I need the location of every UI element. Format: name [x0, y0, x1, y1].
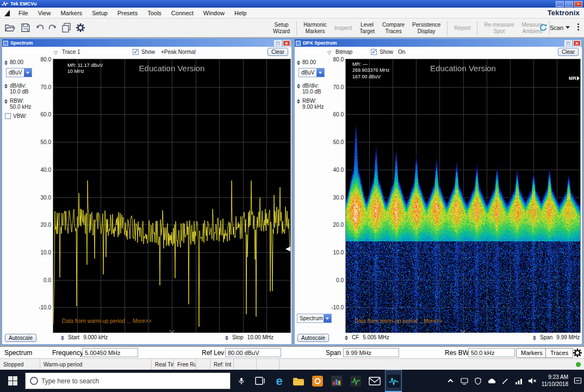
dpx-db-div-spin-knob[interactable] — [297, 83, 300, 89]
markers-button[interactable]: Markers — [516, 348, 548, 358]
volume-muted-icon[interactable] — [528, 377, 537, 385]
dpx-db-div-value[interactable]: 10.0 dB — [302, 89, 321, 95]
task-view-button[interactable] — [252, 370, 269, 392]
span-spin-knob[interactable] — [533, 334, 536, 340]
trace-selector[interactable]: Trace 1 — [62, 49, 80, 55]
cf-spin-knob[interactable] — [345, 334, 348, 340]
mail-button[interactable] — [366, 370, 383, 392]
network-signal-icon[interactable] — [514, 377, 523, 385]
menu-item-window[interactable]: Window — [203, 10, 225, 16]
dpx-warmup-notice[interactable]: Data from warm-up period ...More>> — [355, 318, 443, 324]
toolbar-overflow-icon[interactable] — [577, 23, 579, 30]
display-settings-gear-icon[interactable] — [572, 347, 583, 358]
minimize-button[interactable] — [556, 1, 564, 7]
scan-button[interactable]: Scan — [539, 23, 570, 32]
taskbar-search[interactable] — [25, 372, 231, 389]
toolbar-button-compare-traces[interactable]: Compare Traces — [380, 22, 407, 35]
edge-button[interactable] — [271, 370, 288, 392]
menu-item-presets[interactable]: Presets — [117, 10, 138, 16]
save-icon[interactable] — [20, 22, 31, 34]
span-control[interactable]: Span 9.99 MHz — [533, 334, 580, 340]
close-button[interactable] — [574, 1, 582, 7]
toolbar-button-re-measure-spot[interactable]: Re-measure Spot — [482, 22, 516, 35]
menu-item-help[interactable]: Help — [234, 10, 247, 16]
spectrum-trace-canvas[interactable] — [53, 59, 290, 335]
dpx-autoscale-button[interactable]: Autoscale — [297, 334, 329, 342]
undo-icon[interactable] — [35, 22, 45, 34]
ref-level-spin-knob[interactable] — [4, 59, 8, 65]
spectrum-clear-button[interactable]: Clear — [268, 48, 288, 56]
trace-expander-icon[interactable] — [54, 49, 58, 55]
res-bw-input[interactable] — [468, 348, 515, 357]
menu-item-setup[interactable]: Setup — [92, 10, 108, 16]
ref-lev-input[interactable] — [225, 348, 281, 357]
dpx-bitmap-canvas[interactable] — [346, 59, 580, 335]
dpx-rbw-spin-knob[interactable] — [297, 98, 300, 104]
dpx-amplitude-unit-dropdown[interactable]: dBuV — [299, 68, 325, 77]
menu-item-connect[interactable]: Connect — [171, 10, 194, 16]
frequency-input[interactable] — [82, 348, 138, 357]
start-button[interactable] — [0, 370, 25, 392]
warmup-notice[interactable]: Data from warm-up period ... More>> — [62, 318, 152, 324]
spectrum-window-titlebar[interactable]: Spectrum — [2, 39, 291, 47]
spectrum-maximize-button[interactable] — [274, 40, 282, 46]
bitmap-show-checkbox[interactable] — [371, 49, 377, 55]
file-explorer-button[interactable] — [290, 370, 307, 392]
menu-item-file[interactable]: File — [18, 10, 28, 16]
scope-app-button[interactable] — [347, 370, 364, 392]
toolbar-button-level-target[interactable]: Level Target — [357, 22, 377, 35]
microphone-icon[interactable] — [233, 370, 250, 392]
search-input[interactable] — [41, 377, 226, 385]
display-icon[interactable] — [460, 377, 469, 385]
dpx-ref-level-spin-knob[interactable] — [297, 59, 300, 65]
dpx-close-button[interactable] — [573, 40, 581, 46]
start-spin-knob[interactable] — [61, 334, 64, 340]
hidden-icons-chevron[interactable] — [446, 377, 455, 385]
amplitude-unit-dropdown[interactable]: dBuV — [6, 68, 32, 77]
toolbar-button-persistence-display[interactable]: Persistence Display — [410, 22, 443, 35]
vbw-checkbox[interactable] — [5, 113, 11, 119]
taskbar-clock[interactable]: 9:23 AM 11/10/2018 — [542, 374, 568, 388]
db-div-spin-knob[interactable] — [4, 83, 8, 89]
menu-item-tools[interactable]: Tools — [147, 10, 161, 16]
window-titlebar[interactable]: Tek EMCVu — [0, 0, 584, 8]
toolbar-button-inspect[interactable]: Inspect — [332, 25, 354, 32]
app-menu-icon[interactable] — [4, 10, 10, 16]
tek-emcvu-app-button[interactable] — [385, 370, 402, 392]
settings-gear-icon[interactable] — [75, 22, 86, 34]
db-div-value[interactable]: 10.0 dB — [10, 89, 28, 95]
spectrum-autoscale-button[interactable]: Autoscale — [5, 334, 36, 342]
dpx-rbw-value[interactable]: 9.00 kHz — [302, 104, 324, 110]
dpx-clear-button[interactable]: Clear — [558, 48, 579, 56]
spectrum-plot-area[interactable]: MR: 11.17 dBuV 10 MHz Education Version … — [53, 59, 291, 335]
analysis-app-button[interactable] — [328, 370, 345, 392]
dpx-maximize-button[interactable] — [564, 40, 572, 46]
center-frequency-control[interactable]: CF 5.005 MHz — [345, 334, 389, 340]
redo-icon[interactable] — [47, 22, 58, 34]
maximize-button[interactable] — [565, 1, 573, 7]
bitmap-expander-icon[interactable] — [327, 49, 331, 55]
toolbar-button-setup-wizard[interactable]: Setup Wizard — [271, 22, 292, 35]
security-shield-icon[interactable] — [474, 377, 482, 385]
spectrum-close-button[interactable] — [283, 40, 290, 46]
dpx-display-selector-dropdown[interactable]: Spectrum — [297, 314, 332, 323]
stop-frequency-control[interactable]: Stop 10.00 MHz — [225, 334, 274, 340]
onedrive-icon[interactable] — [501, 377, 510, 385]
start-frequency-control[interactable]: Start 9.000 kHz — [61, 334, 108, 340]
cloud-icon[interactable] — [487, 377, 496, 385]
menu-item-view[interactable]: View — [38, 10, 51, 16]
toolbar-button-report[interactable]: Report — [452, 25, 473, 32]
dpx-ref-level-value[interactable]: 80.00 — [302, 59, 316, 65]
dpx-window-titlebar[interactable]: DPX Spectrum — [295, 39, 582, 47]
traces-button[interactable]: Traces — [545, 348, 573, 358]
dpx-marker-flag[interactable]: MR — [569, 76, 580, 81]
trace-show-checkbox[interactable] — [133, 49, 139, 55]
open-icon[interactable] — [4, 22, 16, 34]
rbw-value[interactable]: 50.0 kHz — [10, 104, 31, 110]
store-app-button[interactable] — [309, 370, 326, 392]
copy-icon[interactable] — [61, 22, 72, 34]
menu-item-markers[interactable]: Markers — [60, 10, 82, 16]
span-input[interactable] — [343, 348, 399, 357]
action-center-icon[interactable] — [573, 377, 582, 385]
bitmap-selector[interactable]: Bitmap — [336, 49, 352, 55]
